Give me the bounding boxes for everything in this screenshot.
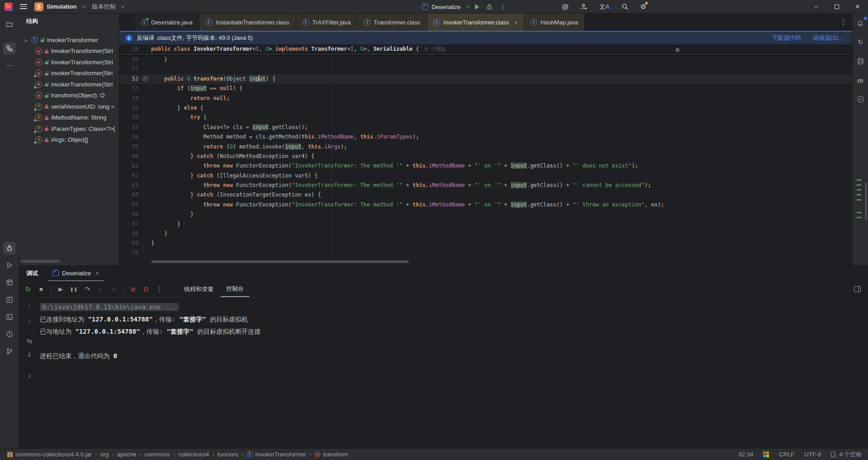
run-button[interactable] — [475, 4, 479, 10]
mute-breakpoints-button[interactable]: ⊘ — [129, 286, 137, 293]
run-toolwindow-icon[interactable] — [3, 259, 16, 272]
code-line[interactable]: 65 throw new FunctorException("InvokerTr… — [119, 200, 852, 210]
code-line[interactable]: 68 } — [119, 229, 852, 239]
editor-vertical-scrollbar[interactable] — [865, 182, 867, 220]
vcs-widget[interactable]: 版本控制 — [92, 3, 123, 11]
choose-sources-link[interactable]: 选择源(S)... — [813, 34, 843, 42]
debug-console[interactable]: D:\java\jdk17.0.13\bin\java.exe ...已连接到地… — [40, 297, 868, 448]
breadcrumb-item[interactable]: collections4 — [178, 451, 209, 458]
step-over-button[interactable]: ↷ — [84, 285, 91, 293]
close-icon[interactable]: × — [95, 270, 99, 277]
structure-item[interactable]: fiMethodName: String — [19, 112, 119, 124]
code-line[interactable]: 53 if (input == null) { — [119, 84, 852, 93]
code-line[interactable]: 67 } — [119, 220, 852, 229]
tab-console[interactable]: 控制台 — [221, 281, 249, 297]
line-separator-indicator[interactable]: CRLF — [779, 451, 794, 458]
code-line[interactable]: 63 throw new FunctorException("InvokerTr… — [119, 181, 852, 190]
code-line[interactable]: 58 Method method = cls.getMethod(this.iM… — [119, 132, 852, 142]
structure-item[interactable]: minvokerTransformer(Stri — [19, 68, 119, 79]
breadcrumb-item[interactable]: apache — [117, 451, 137, 458]
ai-assistant-panel-icon[interactable]: A — [854, 93, 866, 105]
code-line[interactable]: 55 } else { — [119, 103, 852, 113]
debug-toolwindow-icon[interactable] — [3, 242, 16, 254]
editor-tab[interactable]: CHashMap.java — [524, 14, 585, 31]
structure-item[interactable]: fserialVersionUID: long = — [19, 101, 119, 112]
structure-item[interactable]: fiArgs: Object[] — [19, 134, 119, 146]
indent-indicator[interactable]: 4 个空格 — [831, 450, 862, 459]
code-line[interactable]: 64 } catch (InvocationTargetException ex… — [119, 190, 852, 200]
structure-item[interactable]: mtransform(Object): O — [19, 90, 119, 101]
microsoft-defender-icon[interactable] — [763, 451, 769, 457]
code-line[interactable]: 70 — [119, 249, 852, 258]
maven-icon[interactable]: m — [854, 74, 866, 86]
code-line[interactable]: 66 } — [119, 210, 852, 219]
more-toolwindows-icon[interactable]: ⋯ — [3, 59, 16, 72]
search-icon[interactable] — [621, 3, 629, 10]
pause-button[interactable]: ❚❚ — [70, 287, 78, 292]
notifications-bell-icon[interactable] — [854, 17, 866, 29]
structure-toolwindow-icon[interactable] — [3, 42, 16, 55]
code-line[interactable]: 50 } — [119, 55, 852, 64]
breadcrumb-item[interactable]: commons — [145, 451, 170, 458]
terminal-toolwindow-icon[interactable] — [3, 311, 16, 323]
code-line[interactable]: 52I↑ public O transform(Object input) { — [119, 74, 852, 84]
rerun-button[interactable]: ↻ — [24, 285, 32, 293]
ai-assistant-icon[interactable]: @ — [562, 3, 569, 10]
debug-session-tab[interactable]: Deserialize × — [48, 266, 104, 281]
breadcrumb-item[interactable]: functors — [218, 451, 238, 458]
code-line[interactable]: 54 return null; — [119, 94, 852, 103]
code-line[interactable]: 61 throw new FunctorException("InvokerTr… — [119, 161, 852, 171]
sticky-header-line[interactable]: ⚙ 16public class InvokerTransformer<I, O… — [119, 44, 852, 55]
problems-toolwindow-icon[interactable] — [3, 328, 16, 340]
tab-threads-variables[interactable]: 线程和变量 — [179, 281, 219, 297]
code-line[interactable]: 60 } catch (NoSuchMethodException var4) … — [119, 152, 852, 161]
code-line[interactable]: 69} — [119, 239, 852, 248]
structure-item[interactable]: minvokerTransformer(Stri — [19, 79, 119, 90]
run-configuration-selector[interactable]: Deserialize — [422, 4, 469, 10]
code-line[interactable]: 56 try { — [119, 113, 852, 122]
code-line[interactable]: 51 — [119, 64, 852, 74]
down-stack-icon[interactable]: ↓ — [28, 316, 31, 324]
structure-item[interactable]: CInvokerTransformer — [19, 34, 119, 46]
window-close-button[interactable]: × — [847, 0, 868, 14]
expand-icon[interactable]: › — [28, 372, 30, 380]
stop-button[interactable]: ■ — [38, 286, 45, 292]
structure-item[interactable]: mInvokerTransformer(Stri — [19, 46, 119, 57]
project-folder-icon[interactable] — [3, 18, 16, 31]
window-maximize-button[interactable] — [826, 0, 847, 14]
editor-horizontal-scrollbar[interactable] — [151, 260, 409, 263]
editor-tab[interactable]: CTrAXFilter.java — [296, 14, 358, 31]
remove-breakpoints-button[interactable]: ∅ — [142, 286, 150, 293]
expanded-chevron-icon[interactable] — [24, 38, 28, 42]
editor-tab[interactable]: ITransformer.class — [357, 14, 427, 31]
project-widget[interactable]: S Simulation — [34, 2, 85, 11]
step-out-button[interactable]: ↑ — [110, 286, 117, 292]
translate-icon[interactable]: 文A — [599, 3, 609, 11]
step-into-button[interactable]: ↓ — [97, 286, 104, 292]
structure-item[interactable]: fiParamTypes: Class<?>[ — [19, 123, 119, 134]
breadcrumb-item[interactable]: commons-collections4-4.0.jar — [7, 451, 92, 458]
add-user-icon[interactable] — [580, 3, 588, 10]
run-dashboard-icon[interactable] — [3, 276, 16, 289]
layout-settings-icon[interactable] — [854, 286, 861, 292]
main-menu-icon[interactable] — [20, 4, 27, 9]
command-line-chip[interactable]: D:\java\jdk17.0.13\bin\java.exe ... — [40, 303, 179, 311]
code-line[interactable]: 57 Class<?> cls = input.getClass(); — [119, 123, 852, 132]
structure-item[interactable]: mInvokerTransformer(Stri — [19, 57, 119, 68]
breadcrumb-item[interactable]: org — [100, 451, 109, 458]
more-actions-icon[interactable]: ⋮ — [499, 3, 506, 11]
database-icon[interactable] — [854, 55, 866, 67]
soft-wrap-icon[interactable]: ⇆ — [27, 337, 32, 345]
caret-position[interactable]: 52:34 — [739, 451, 754, 458]
download-sources-link[interactable]: 下载源代码 — [772, 34, 801, 42]
code-editor[interactable]: 50 }5152I↑ public O transform(Object inp… — [119, 55, 852, 265]
editor-tab[interactable]: CDeserialize.java — [135, 14, 199, 31]
close-icon[interactable]: × — [514, 19, 518, 26]
editor-tab[interactable]: CInvokerTransformer.class× — [427, 14, 524, 31]
code-line[interactable]: 62 } catch (IllegalAccessException var5)… — [119, 171, 852, 181]
gradle-sync-icon[interactable]: ↻ — [854, 36, 866, 48]
structure-horizontal-scrollbar[interactable] — [21, 260, 60, 263]
editor-tab[interactable]: CInstantiateTransformer.class — [199, 14, 296, 31]
window-minimize-button[interactable]: − — [806, 0, 826, 14]
scroll-to-end-icon[interactable]: ⇓ — [27, 351, 32, 358]
